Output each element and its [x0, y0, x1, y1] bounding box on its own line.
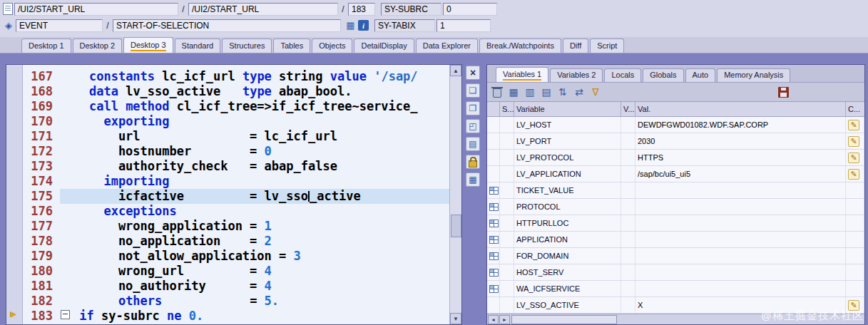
- tab-variables-1[interactable]: Variables 1: [496, 67, 548, 82]
- value-cell[interactable]: [635, 264, 846, 280]
- swap-icon[interactable]: ⇄: [573, 86, 586, 98]
- value-cell[interactable]: [635, 199, 846, 215]
- event-name-field[interactable]: START-OF-SELECTION: [113, 19, 341, 32]
- scrollbar-thumb[interactable]: [511, 315, 617, 324]
- code-line-175[interactable]: 175 icfactive = lv_sso_active: [23, 189, 450, 204]
- value-cell[interactable]: [635, 281, 846, 296]
- variable-name-cell[interactable]: HOST_SERV: [514, 264, 621, 280]
- variable-row-lv-host[interactable]: LV_HOSTDEWDFGWD01082.WDF.SAP.CORP: [487, 117, 864, 133]
- column-header-s[interactable]: S...: [500, 102, 514, 116]
- save-layout-icon[interactable]: [777, 86, 790, 98]
- new-session-icon[interactable]: ❏: [466, 83, 480, 98]
- copy-icon[interactable]: ❐: [466, 101, 480, 115]
- variable-name-cell[interactable]: LV_SSO_ACTIVE: [514, 297, 621, 313]
- sy-tabix-value-field[interactable]: 1: [436, 19, 491, 32]
- include-field[interactable]: /UI2/START_URL: [188, 3, 338, 16]
- code-line-168[interactable]: 168 data lv_sso_active type abap_bool.: [23, 84, 450, 99]
- value-cell[interactable]: [635, 215, 846, 231]
- code-line-176[interactable]: 176 exceptions: [23, 204, 450, 219]
- column-header-v[interactable]: V...: [621, 102, 635, 116]
- edit-value-icon[interactable]: [848, 120, 859, 130]
- value-cell[interactable]: HTTPS: [635, 150, 846, 165]
- tab-locals[interactable]: Locals: [604, 68, 641, 82]
- variable-name-cell[interactable]: TICKET_VALUE: [514, 182, 621, 198]
- code-line-177[interactable]: 177 wrong_application = 1: [23, 219, 450, 234]
- variable-row-protocol[interactable]: PROTOCOL: [487, 199, 864, 215]
- variable-row-lv-protocol[interactable]: LV_PROTOCOLHTTPS: [487, 150, 864, 166]
- sort-icon[interactable]: ⇅: [556, 86, 569, 98]
- tab-auto[interactable]: Auto: [685, 68, 716, 82]
- tab-desktop-2[interactable]: Desktop 2: [73, 38, 123, 53]
- code-line-167[interactable]: 167 constants lc_icf_url type string val…: [23, 69, 450, 84]
- tab-variables-2[interactable]: Variables 2: [550, 68, 603, 82]
- variable-name-cell[interactable]: LV_PROTOCOL: [514, 150, 621, 165]
- code-line-183[interactable]: 183 if sy-subrc ne 0.: [23, 309, 450, 324]
- code-line-170[interactable]: 170 exporting: [23, 114, 450, 129]
- tab-globals[interactable]: Globals: [643, 68, 683, 82]
- edit-value-icon[interactable]: [848, 169, 859, 180]
- code-line-172[interactable]: 172 hostnumber = 0: [23, 144, 450, 159]
- tab-script[interactable]: Script: [590, 38, 624, 53]
- line-number-field[interactable]: 183: [348, 3, 375, 16]
- code-line-178[interactable]: 178 no_application = 2: [23, 234, 450, 249]
- tab-desktop-3[interactable]: Desktop 3: [123, 37, 173, 53]
- editor-margin[interactable]: [6, 65, 23, 324]
- tab-memory-analysis[interactable]: Memory Analysis: [717, 68, 790, 82]
- variable-name-cell[interactable]: PROTOCOL: [514, 199, 621, 215]
- info-icon[interactable]: [358, 20, 369, 31]
- tab-structures[interactable]: Structures: [222, 38, 272, 53]
- column-header-variable[interactable]: Variable: [514, 102, 621, 116]
- insert-row-icon[interactable]: ▥: [524, 86, 536, 98]
- value-cell[interactable]: DEWDFGWD01082.WDF.SAP.CORP: [635, 117, 846, 133]
- variable-name-cell[interactable]: LV_APPLICATION: [514, 166, 621, 182]
- maximize-icon[interactable]: ◰: [466, 119, 480, 133]
- column-header-icon[interactable]: [487, 102, 500, 116]
- code-line-169[interactable]: 169 call method cl_icf_tree=>if_icf_tree…: [23, 99, 450, 114]
- event-type-field[interactable]: EVENT: [16, 19, 103, 32]
- code-line-171[interactable]: 171 url = lc_icf_url: [23, 129, 450, 144]
- edit-value-icon[interactable]: [848, 136, 859, 147]
- list-icon[interactable]: ▤: [466, 137, 480, 151]
- scroll-left-icon[interactable]: [488, 315, 499, 324]
- variable-row-httpurlloc[interactable]: HTTPURLLOC: [487, 215, 864, 232]
- variable-name-cell[interactable]: LV_PORT: [514, 133, 621, 149]
- unlock-icon[interactable]: [466, 155, 480, 169]
- variable-row-ticket-value[interactable]: TICKET_VALUE: [487, 182, 864, 199]
- table-display-icon[interactable]: ▦: [345, 20, 356, 31]
- change-layout-icon[interactable]: ▦: [507, 86, 520, 98]
- code-line-174[interactable]: 174 importing: [23, 174, 450, 189]
- value-cell[interactable]: [635, 182, 846, 198]
- delete-icon[interactable]: [491, 86, 504, 98]
- variable-row-lv-port[interactable]: LV_PORT2030: [487, 133, 864, 150]
- tab-objects[interactable]: Objects: [312, 38, 352, 53]
- edit-table-icon[interactable]: ▦: [466, 172, 480, 187]
- value-cell[interactable]: [635, 248, 846, 264]
- value-cell[interactable]: /sap/bc/ui5_ui5: [635, 166, 846, 182]
- variable-name-cell[interactable]: WA_ICFSERVICE: [514, 281, 621, 296]
- code-editor[interactable]: 167 constants lc_icf_url type string val…: [6, 64, 462, 325]
- variable-row-application[interactable]: APPLICATION: [487, 232, 864, 248]
- editor-vertical-scrollbar[interactable]: [449, 65, 461, 324]
- value-cell[interactable]: 2030: [635, 133, 846, 149]
- variable-name-cell[interactable]: HTTPURLLOC: [514, 215, 621, 231]
- main-program-field[interactable]: /UI2/START_URL: [14, 3, 178, 16]
- code-line-173[interactable]: 173 authority_check = abap_false: [23, 159, 450, 174]
- tab-data-explorer[interactable]: Data Explorer: [416, 38, 478, 53]
- filter-icon[interactable]: ∇: [589, 86, 602, 98]
- tab-desktop-1[interactable]: Desktop 1: [21, 38, 71, 53]
- scroll-up-icon[interactable]: [450, 65, 461, 76]
- code-line-180[interactable]: 180 wrong_url = 4: [23, 264, 450, 279]
- variable-row-host-serv[interactable]: HOST_SERV: [487, 264, 864, 281]
- variable-name-cell[interactable]: LV_HOST: [514, 117, 621, 133]
- scrollbar-thumb[interactable]: [451, 215, 461, 237]
- variable-name-cell[interactable]: APPLICATION: [514, 232, 621, 247]
- variable-row-for-domain[interactable]: FOR_DOMAIN: [487, 248, 864, 264]
- tab-tables[interactable]: Tables: [273, 38, 310, 53]
- code-line-182[interactable]: 182 others = 5.: [23, 294, 450, 309]
- tab-break-watchpoints[interactable]: Break./Watchpoints: [479, 38, 561, 53]
- column-header-c[interactable]: C...: [846, 102, 864, 116]
- variable-row-wa-icfservice[interactable]: WA_ICFSERVICE: [487, 281, 864, 297]
- variable-row-lv-application[interactable]: LV_APPLICATION/sap/bc/ui5_ui5: [487, 166, 864, 182]
- tab-detaildisplay[interactable]: DetailDisplay: [354, 38, 414, 53]
- close-icon[interactable]: ×: [466, 66, 480, 80]
